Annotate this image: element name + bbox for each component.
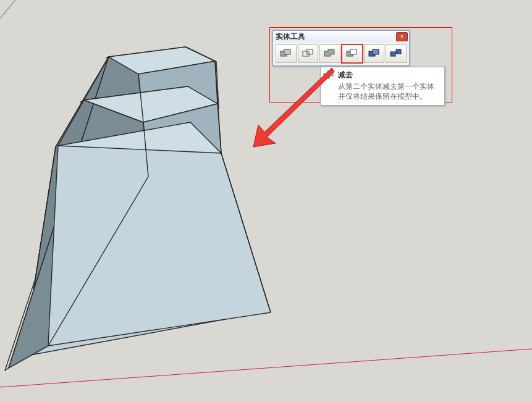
- union-icon: [323, 48, 337, 59]
- svg-rect-46: [396, 49, 401, 54]
- tool-trim-button[interactable]: [364, 44, 385, 63]
- toolbar-body: [273, 42, 409, 65]
- intersect-icon: [302, 48, 315, 59]
- solid-tools-toolbar[interactable]: 实体工具 ×: [272, 30, 410, 66]
- tool-union-button[interactable]: [319, 44, 340, 63]
- svg-rect-42: [350, 49, 357, 54]
- svg-rect-37: [284, 49, 290, 54]
- svg-rect-40: [306, 51, 309, 54]
- tool-split-button[interactable]: [386, 44, 407, 63]
- split-icon: [389, 48, 403, 59]
- toolbar-title: 实体工具: [276, 31, 305, 42]
- tool-tooltip: 减去 从第二个实体减去第一个实体并仅将结果保留在模型中。: [320, 67, 445, 106]
- toolbar-titlebar[interactable]: 实体工具 ×: [273, 31, 409, 42]
- outer-shell-icon: [279, 48, 293, 59]
- toolbar-close-button[interactable]: ×: [396, 32, 408, 41]
- close-icon: ×: [400, 34, 403, 40]
- tooltip-title: 减去: [338, 70, 441, 80]
- tool-intersect-button[interactable]: [298, 44, 319, 63]
- tool-outer-shell-button[interactable]: [276, 44, 297, 63]
- tool-subtract-button[interactable]: [342, 44, 363, 63]
- svg-rect-48: [327, 71, 333, 76]
- subtract-icon: [323, 70, 334, 81]
- subtract-icon: [345, 48, 359, 59]
- tooltip-description: 从第二个实体减去第一个实体并仅将结果保留在模型中。: [338, 82, 441, 101]
- trim-icon: [368, 48, 381, 59]
- viewport-3d[interactable]: 实体工具 ×: [0, 0, 532, 402]
- svg-rect-44: [373, 49, 379, 54]
- svg-rect-45: [391, 52, 395, 56]
